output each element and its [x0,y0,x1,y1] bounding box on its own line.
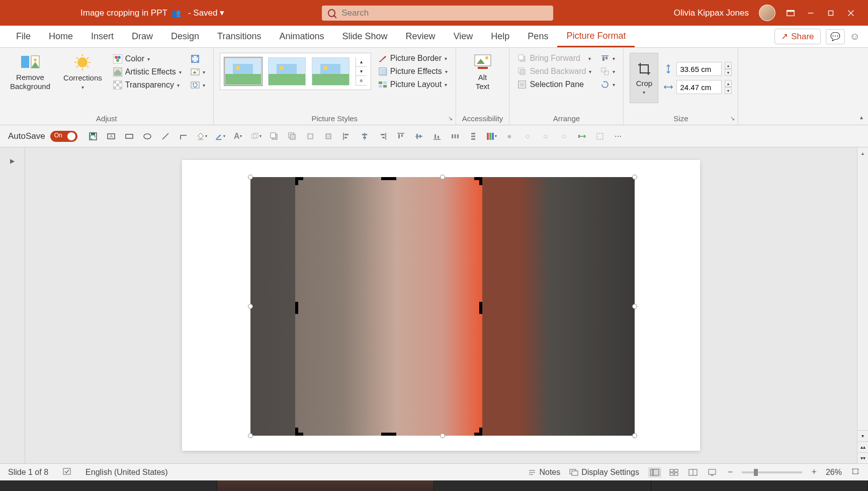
align-middle-icon[interactable] [413,131,424,142]
tab-view[interactable]: View [445,26,482,47]
selection-pane-button[interactable]: Selection Pane [515,79,593,90]
rotate-button[interactable]: ▾ [598,79,617,90]
transparency-button[interactable]: Transparency▾ [111,79,184,91]
crop-handle-r[interactable] [479,302,482,314]
sel-handle-tr[interactable] [632,175,637,180]
zoom-thumb[interactable] [754,469,758,476]
align-top-icon[interactable] [395,131,406,142]
zoom-slider[interactable] [742,471,802,473]
artistic-effects-button[interactable]: Artistic Effects▾ [111,66,184,77]
tab-animations[interactable]: Animations [270,26,333,47]
collapse-ribbon-icon[interactable]: ▴ [860,114,863,121]
change-picture-button[interactable]: ▾ [189,66,207,77]
picture-layout-button[interactable]: Picture Layout▾ [376,79,450,90]
picture-border-button[interactable]: Picture Border▾ [376,53,450,64]
sel-handle-r[interactable] [632,304,637,309]
misc-tool-icon[interactable] [594,131,605,142]
merge-shapes-icon[interactable]: ▾ [250,131,262,142]
tab-review[interactable]: Review [397,26,445,47]
send-backward-icon[interactable] [323,131,334,142]
crop-handle-tl-v[interactable] [295,177,298,185]
distribute-v-icon[interactable] [468,131,479,142]
fit-to-window-icon[interactable] [851,467,860,478]
selected-picture[interactable] [250,177,635,436]
tab-insert[interactable]: Insert [82,26,123,47]
share-button[interactable]: ↗ Share [774,29,820,44]
font-color-icon[interactable]: A▾ [232,131,243,142]
tab-pens[interactable]: Pens [518,26,557,47]
comments-button[interactable]: 💬 [826,29,845,44]
sel-handle-l[interactable] [248,304,253,309]
picture-effects-button[interactable]: Picture Effects▾ [376,66,450,77]
notes-button[interactable]: Notes [528,468,560,477]
textbox-icon[interactable]: A [106,131,117,142]
tab-transitions[interactable]: Transitions [208,26,270,47]
style-thumb-1[interactable] [224,57,262,86]
width-spinner[interactable]: ▴▾ [725,80,732,94]
distribute-h-icon[interactable] [450,131,461,142]
tab-draw[interactable]: Draw [123,26,162,47]
tab-file[interactable]: File [7,26,40,47]
crop-handle-tr-v[interactable] [479,177,482,185]
compress-pictures-button[interactable] [189,53,207,64]
thumbnail-pane-collapsed[interactable]: ▶ [0,147,25,463]
height-spinner[interactable]: ▴▾ [725,62,732,76]
reset-picture-button[interactable]: ▾ [189,79,207,91]
tab-help[interactable]: Help [482,26,518,47]
style-thumb-3[interactable] [312,57,350,86]
vertical-scrollbar[interactable]: ▴ ▾ ▴▴ ▾▾ [857,147,868,463]
feedback-smiley-icon[interactable]: ☺ [850,31,860,42]
size-launcher-icon[interactable]: ↘ [730,115,735,122]
color-button[interactable]: Color▾ [111,53,184,64]
sel-handle-t[interactable] [440,175,445,180]
crop-handle-b[interactable] [381,433,396,436]
spellcheck-icon[interactable] [62,467,71,478]
expand-thumbnails-icon[interactable]: ▶ [10,157,15,463]
close-icon[interactable] [846,8,856,18]
sel-handle-br[interactable] [632,433,637,438]
align-center-h-icon[interactable] [359,131,370,142]
picture-styles-gallery[interactable]: ▴ ▾ ≡ [220,53,371,90]
gallery-up-icon[interactable]: ▴ [356,57,367,67]
account-name[interactable]: Olivia Kippax Jones [674,8,749,18]
align-right-icon[interactable] [377,131,388,142]
ribbon-display-icon[interactable] [786,8,796,18]
shape-outline-icon[interactable]: ▾ [214,131,225,142]
send-backward-button[interactable]: Send Backward▾ [515,66,593,77]
tab-slide-show[interactable]: Slide Show [333,26,397,47]
style-thumb-2[interactable] [268,57,306,86]
tab-design[interactable]: Design [162,26,208,47]
sel-handle-tl[interactable] [248,175,253,180]
scroll-down-icon[interactable]: ▾ [857,430,868,441]
gallery-scroll[interactable]: ▴ ▾ ≡ [356,57,367,86]
align-left-icon[interactable] [341,131,352,142]
crop-handle-l[interactable] [295,302,298,314]
alt-text-button[interactable]: Alt Text [465,53,500,91]
line-shape-icon[interactable] [160,131,171,142]
remove-background-button[interactable]: Remove Background [6,53,54,91]
scroll-up-icon[interactable]: ▴ [857,147,868,158]
avatar[interactable] [759,5,775,21]
bring-forward-button[interactable]: Bring Forward ▾ [515,53,593,64]
circle-3-icon[interactable]: ○ [540,131,551,142]
circle-1-icon[interactable]: ● [504,131,515,142]
gallery-more-icon[interactable]: ≡ [356,76,367,86]
slide-sorter-icon[interactable] [667,467,680,477]
bring-forward-icon[interactable] [305,131,316,142]
os-taskbar[interactable] [0,480,868,491]
next-slide-icon[interactable]: ▾▾ [857,452,868,463]
maximize-icon[interactable] [826,8,836,18]
prev-slide-icon[interactable]: ▴▴ [857,441,868,452]
rect-shape-icon[interactable] [124,131,135,142]
crop-handle-br-v[interactable] [479,428,482,436]
slide-counter[interactable]: Slide 1 of 8 [8,468,48,477]
shape-fill-icon[interactable]: ▾ [196,131,207,142]
tab-home[interactable]: Home [40,26,82,47]
zoom-percent[interactable]: 26% [826,468,842,477]
crop-handle-t[interactable] [381,177,396,180]
width-input[interactable] [676,80,722,94]
language-label[interactable]: English (United States) [85,468,168,477]
color-picker-icon[interactable]: ▾ [486,131,497,142]
zoom-in-icon[interactable]: + [811,467,817,477]
circle-4-icon[interactable]: ○ [558,131,569,142]
